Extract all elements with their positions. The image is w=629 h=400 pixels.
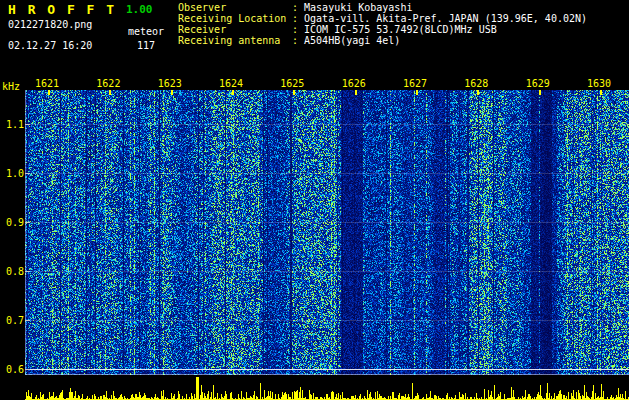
freq-tick-label: 0.6 [6,364,24,375]
time-axis: 1621162216231624162516261627162816291630 [0,78,629,90]
info-colon: : [292,2,304,13]
freq-tick-label: 0.9 [6,217,24,228]
info-label: Receiving antenna [178,35,292,46]
echo-count: 117 [137,40,155,51]
station-info-row: Receiver: ICOM IC-575 53.7492(8LCD)MHz U… [178,24,587,35]
signal-level-meter [25,375,629,400]
info-value: ICOM IC-575 53.7492(8LCD)MHz USB [304,24,497,35]
station-info-row: Receiving Location: Ogata-vill. Akita-Pr… [178,13,587,24]
time-tick-label: 1622 [96,78,120,89]
info-label: Receiving Location [178,13,292,24]
station-info-row: Observer: Masayuki Kobayashi [178,2,587,13]
info-colon: : [292,24,304,35]
info-value: Ogata-vill. Akita-Pref. JAPAN (139.96E, … [304,13,587,24]
app-version: 1.00 [126,3,153,16]
spectrogram-canvas [25,90,629,375]
info-colon: : [292,13,304,24]
info-label: Observer [178,2,292,13]
mode-label: meteor [128,26,164,37]
info-colon: : [292,35,304,46]
freq-tick-label: 0.7 [6,315,24,326]
freq-tick-label: 0.8 [6,266,24,277]
time-tick-label: 1623 [158,78,182,89]
station-info: Observer: Masayuki KobayashiReceiving Lo… [178,2,587,46]
info-value: A504HB(yagi 4el) [304,35,400,46]
time-tick-label: 1629 [526,78,550,89]
station-info-row: Receiving antenna: A504HB(yagi 4el) [178,35,587,46]
time-tick-label: 1630 [587,78,611,89]
info-label: Receiver [178,24,292,35]
info-value: Masayuki Kobayashi [304,2,412,13]
freq-tick-label: 1.1 [6,119,24,130]
time-tick-label: 1626 [342,78,366,89]
hrofft-window: H R O F F T 1.00 0212271820.png meteor 0… [0,0,629,400]
time-tick-label: 1627 [403,78,427,89]
time-tick-label: 1625 [280,78,304,89]
frequency-axis: 1.11.00.90.80.70.6 [0,0,25,400]
time-tick-label: 1628 [464,78,488,89]
time-tick-label: 1624 [219,78,243,89]
freq-tick-label: 1.0 [6,168,24,179]
time-tick-label: 1621 [35,78,59,89]
